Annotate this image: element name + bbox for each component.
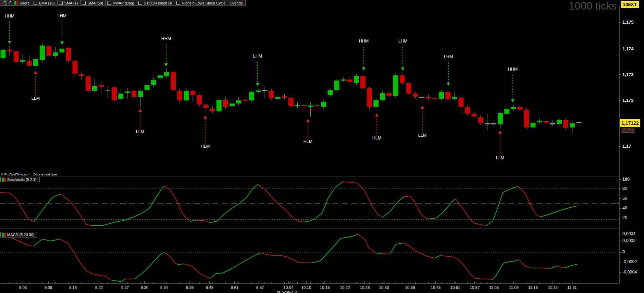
annotation-label-llm: LLM — [493, 156, 508, 160]
toolbar-checkbox-highs-n-lows-stoch-cycle[interactable]: Highs n Lows Stoch Cycle — [175, 0, 228, 6]
annotation-label-hlm: HLM — [369, 136, 384, 141]
copyright-brand: © ProRealTime.com — [1, 172, 30, 176]
stochastic-label-text: Stochastic (5 2 3) — [7, 178, 37, 182]
toolbar-checkbox-sma-1[interactable]: SMA (1) — [57, 0, 81, 6]
time-axis-label: 11:22 — [543, 285, 562, 290]
time-axis-label: 9:51 — [225, 285, 244, 290]
price-axis-label: 1,173 — [622, 72, 634, 77]
time-axis-label: 9:30 — [135, 285, 154, 290]
time-axis-label: 9:22 — [89, 285, 109, 290]
copyright-line: © ProRealTime.comData is real time — [1, 172, 57, 176]
annotation-label-lhm: LHM — [395, 39, 410, 44]
date-label: vr 2-okt-2020 — [269, 290, 307, 293]
annotation-label-hhm: HHM — [159, 36, 174, 41]
annotation-label-hhm: HHM — [2, 14, 17, 19]
annotation-label-hlm: HLM — [300, 139, 315, 144]
checkbox-icon[interactable] — [59, 1, 63, 5]
stoch-axis-label: 40 — [622, 206, 627, 210]
time-axis-label: 10:57 — [465, 285, 484, 290]
stoch-axis-label: 80 — [622, 186, 627, 191]
price-axis-label: 1,172 — [622, 98, 634, 103]
annotation-label-hhm: HHM — [356, 39, 371, 44]
stochastic-label[interactable]: Stochastic (5 2 3) — [0, 177, 40, 182]
candlestick-icon — [14, 1, 18, 5]
annotation-label-llm: LLM — [415, 133, 430, 138]
time-axis-label: 10:45 — [426, 285, 445, 290]
checkbox-icon[interactable] — [107, 1, 111, 5]
time-axis-label: 10:28 — [355, 285, 374, 290]
trading-app-window: ⬇ ⬆ Koers EMA (15)SMA (1)SMA (50)VWAP (D… — [0, 0, 644, 293]
annotation-label-hlm: HLM — [198, 144, 213, 149]
price-axis-label: 1,174 — [622, 46, 634, 51]
macd-panel[interactable] — [0, 228, 619, 283]
macd-label[interactable]: MACD (5 20 30) — [0, 232, 37, 237]
checkbox-icon[interactable] — [82, 1, 86, 5]
change-percent-badge: -0,27% — [621, 128, 635, 133]
time-axis-label: 10:33 — [374, 285, 394, 290]
macd-axis-label: 0 — [622, 249, 625, 254]
symbol-badge: 146XT — [621, 1, 639, 8]
time-axis-label: 10:39 — [400, 285, 420, 290]
realtime-note: Data is real time — [33, 172, 57, 176]
time-axis-label: 10:10 — [297, 285, 316, 290]
toolbar: ⬇ ⬆ Koers EMA (15)SMA (1)SMA (50)VWAP (D… — [0, 0, 246, 6]
time-axis-label: 9:03 — [13, 285, 33, 290]
toolbar-checkbox-stoch-kruist-50[interactable]: STOCH kruist 50 — [137, 0, 175, 6]
time-axis-label: 10:04 — [279, 285, 298, 290]
macd-axis-label: -0,0002 — [622, 259, 637, 264]
toolbar-checkbox-vwap-dag[interactable]: VWAP (Dag) — [106, 0, 137, 6]
price-style-label: Koers — [20, 1, 29, 5]
annotation-label-hhm: HHM — [505, 67, 520, 72]
checkbox-icon[interactable] — [138, 1, 142, 5]
macd-axis-label: -0,0004 — [622, 270, 637, 274]
time-axis-label: 9:16 — [63, 285, 83, 290]
macd-label-text: MACD (5 20 30) — [7, 233, 34, 237]
stoch-axis-label: 60 — [622, 196, 627, 201]
indicator-checkboxes: EMA (15)SMA (1)SMA (50)VWAP (Dag)STOCH k… — [32, 0, 228, 6]
checkbox-label: SMA (1) — [64, 1, 78, 5]
time-axis-label: 9:39 — [180, 285, 199, 290]
checkbox-label: SMA (50) — [87, 1, 103, 5]
main-price-chart[interactable] — [0, 6, 619, 172]
order-buy-icon[interactable]: ⬆ — [6, 0, 12, 6]
toolbar-checkbox-ema-15[interactable]: EMA (15) — [32, 0, 58, 6]
annotation-label-lhm: LHM — [250, 54, 265, 59]
price-axis-label: 1,17 — [622, 144, 631, 149]
order-sell-icon[interactable]: ⬇ — [0, 0, 6, 6]
checkbox-label: Highs n Lows Stoch Cycle — [182, 1, 226, 5]
time-axis-label: 9:27 — [115, 285, 135, 290]
stoch-axis-label: 100 — [622, 177, 630, 182]
checkbox-icon[interactable] — [176, 1, 180, 5]
timeframe-watermark: 1000 ticks — [569, 0, 617, 12]
stoch-axis-label: 20 — [622, 215, 627, 220]
last-price-badge: 1,17122 — [620, 119, 640, 127]
checkbox-icon[interactable] — [34, 1, 37, 5]
checkbox-label: VWAP (Dag) — [113, 1, 134, 5]
time-axis-label: 9:45 — [200, 285, 219, 290]
macd-axis-label: 0,0002 — [622, 238, 635, 243]
price-style-item[interactable]: Koers — [12, 0, 32, 6]
checkbox-label: EMA (15) — [39, 1, 55, 5]
time-axis-label: 11:16 — [523, 285, 543, 290]
annotation-label-lhm: LHM — [54, 13, 70, 18]
corner-mark — [10, 1, 11, 2]
time-axis-label: 10:22 — [335, 285, 355, 290]
stochastic-panel[interactable] — [0, 176, 619, 228]
corner-mark — [4, 1, 5, 2]
macd-axis-label: 0,0004 — [622, 231, 635, 236]
annotation-label-llm: LLM — [133, 130, 148, 134]
more-button-label: Overige — [230, 1, 243, 5]
checkbox-label: STOCH kruist 50 — [144, 1, 172, 5]
indicator-icon — [2, 178, 6, 182]
time-axis-label: 11:03 — [484, 285, 504, 290]
time-axis-label: 10:15 — [315, 285, 334, 290]
time-axis-label: 9:57 — [250, 285, 270, 290]
indicator-icon — [2, 233, 6, 237]
time-axis-label: 9:09 — [39, 285, 58, 290]
time-axis-label: 11:31 — [562, 285, 582, 290]
annotation-label-llm: LLM — [28, 96, 43, 101]
toolbar-checkbox-sma-50[interactable]: SMA (50) — [80, 0, 106, 6]
price-axis-label: 1,175 — [622, 20, 634, 25]
more-button[interactable]: Overige — [228, 0, 246, 6]
time-axis-label: 9:34 — [154, 285, 174, 290]
